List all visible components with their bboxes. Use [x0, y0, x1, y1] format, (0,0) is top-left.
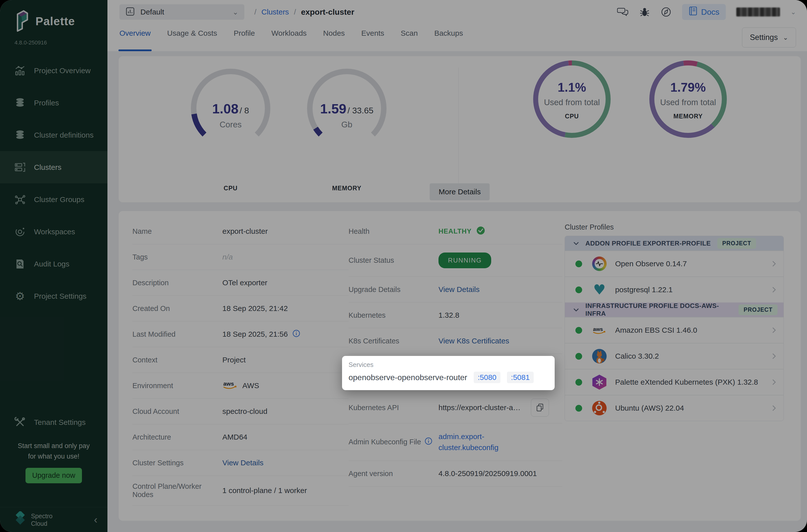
- sidebar-item-project-overview[interactable]: Project Overview: [0, 54, 108, 87]
- sidebar-item-audit-logs[interactable]: Audit Logs: [0, 248, 108, 280]
- kubernetes-api-url: https://export-cluster-apiser...: [438, 403, 523, 412]
- sidebar-collapse-icon[interactable]: ‹: [94, 514, 97, 525]
- aws-logo: aws: [592, 322, 607, 338]
- page-content: 1.08 / 8 Cores CPU: [108, 51, 807, 532]
- tab-nodes[interactable]: Nodes: [323, 29, 345, 51]
- more-details-button[interactable]: More Details: [430, 183, 490, 200]
- docs-button-label: Docs: [701, 7, 719, 17]
- service-port-5081-link[interactable]: :5081: [507, 372, 534, 383]
- sidebar-item-label: Project Settings: [34, 292, 87, 301]
- cpu-usage-donut: 1.1% Used from total CPU: [532, 59, 612, 202]
- chevron-right-icon: [772, 327, 776, 334]
- tab-workloads[interactable]: Workloads: [271, 29, 306, 51]
- cluster-profiles-title: Cluster Profiles: [565, 223, 784, 231]
- spectro-cloud-brand: Spectro Cloud: [31, 512, 53, 527]
- clusters-icon: [13, 160, 27, 174]
- palette-logo[interactable]: Palette: [0, 0, 108, 33]
- chevron-down-icon: [574, 306, 579, 314]
- health-status-badge: HEALTHY: [438, 228, 472, 235]
- addon-profile-header[interactable]: ADDON PROFILE EXPORTER-PROFILE PROJECT: [565, 236, 784, 250]
- project-selector[interactable]: Default ⌄: [119, 4, 244, 20]
- topbar: Default ⌄ / Clusters / export-cluster: [108, 0, 807, 51]
- profile-layer-ubuntu[interactable]: Ubuntu (AWS) 22.04: [565, 395, 784, 421]
- tab-profile[interactable]: Profile: [233, 29, 255, 51]
- cluster-settings-view-details-link[interactable]: View Details: [222, 459, 264, 467]
- info-icon[interactable]: [425, 437, 432, 447]
- status-dot: [576, 327, 582, 334]
- cpu-unit: Cores: [188, 120, 273, 129]
- sidebar-item-profiles[interactable]: Profiles: [0, 87, 108, 119]
- profile-layer-openobserve[interactable]: Open Observe 0.14.7: [565, 250, 784, 277]
- status-row-agent-version: Agent version 4.8.0-250919/20250919.0001: [349, 461, 562, 487]
- cluster-profiles-panel: ADDON PROFILE EXPORTER-PROFILE PROJECT O…: [565, 236, 784, 421]
- status-row-health: Health HEALTHY: [349, 218, 562, 244]
- service-port-5080-link[interactable]: :5080: [474, 372, 501, 383]
- profile-layer-calico[interactable]: Calico 3.30.2: [565, 343, 784, 369]
- upgrade-now-button[interactable]: Upgrade now: [25, 468, 82, 483]
- sidebar-item-cluster-definitions[interactable]: Cluster definitions: [0, 119, 108, 151]
- infrastructure-profile-header[interactable]: INFRASTRUCTURE PROFILE DOCS-AWS-INFRA PR…: [565, 302, 784, 317]
- project-selector-icon: [126, 7, 135, 17]
- sidebar-item-tenant-settings[interactable]: Tenant Settings: [0, 406, 108, 438]
- palette-app-window: Palette 4.8.0-250916 Project Overview: [0, 0, 807, 532]
- health-check-icon: [476, 226, 485, 237]
- chevron-right-icon: [772, 286, 776, 293]
- screen: Palette 4.8.0-250916 Project Overview: [0, 0, 807, 532]
- detail-row-created-on: Created On 18 Sep 2025, 21:42: [132, 296, 349, 321]
- status-dot: [576, 405, 582, 412]
- chevron-right-icon: [772, 379, 776, 385]
- sidebar-item-cluster-groups[interactable]: Cluster Groups: [0, 183, 108, 215]
- memory-unit: Gb: [304, 120, 389, 129]
- tab-usage-costs[interactable]: Usage & Costs: [167, 29, 217, 51]
- ubuntu-logo: [592, 400, 607, 416]
- status-dot: [576, 353, 582, 360]
- chevron-right-icon: [772, 405, 776, 411]
- user-name-redacted[interactable]: [736, 7, 780, 17]
- tab-overview[interactable]: Overview: [119, 29, 151, 51]
- info-icon[interactable]: [292, 329, 300, 339]
- status-dot: [576, 286, 582, 293]
- compass-help-icon[interactable]: [661, 6, 672, 18]
- chevron-right-icon: [772, 261, 776, 267]
- memory-usage-donut: 1.79% Used from total MEMORY: [648, 59, 728, 202]
- cpu-gauge: 1.08 / 8 Cores CPU: [188, 66, 273, 202]
- profile-layer-pxk[interactable]: Palette eXtended Kubernetes (PXK) 1.32.8: [565, 369, 784, 395]
- cpu-used-percent: 1.1%: [532, 80, 612, 95]
- tab-backups[interactable]: Backups: [434, 29, 463, 51]
- chevron-right-icon: [772, 353, 776, 359]
- pxk-logo: [592, 374, 607, 390]
- cpu-capacity: / 8: [240, 106, 249, 115]
- status-row-kubernetes-api: Kubernetes API https://export-cluster-ap…: [349, 392, 562, 423]
- feedback-chat-icon[interactable]: [617, 7, 628, 17]
- copy-button[interactable]: [531, 399, 549, 417]
- view-k8s-certificates-link[interactable]: View K8s Certificates: [438, 337, 509, 345]
- breadcrumb-clusters-link[interactable]: Clusters: [261, 8, 289, 16]
- tab-scan[interactable]: Scan: [401, 29, 418, 51]
- docs-button[interactable]: Docs: [682, 4, 726, 20]
- breadcrumb: / Clusters / export-cluster: [254, 7, 354, 17]
- upgrade-view-details-link[interactable]: View Details: [438, 285, 480, 294]
- settings-button[interactable]: Settings ⌄: [742, 27, 796, 48]
- user-menu-chevron-icon[interactable]: ⌄: [790, 8, 796, 16]
- sidebar-item-workspaces[interactable]: Workspaces: [0, 215, 108, 248]
- kubeconfig-download-link[interactable]: admin.export-cluster.kubeconfig: [438, 431, 513, 453]
- promo-line1: Start small and only pay: [0, 441, 108, 451]
- chevron-down-icon: ⌄: [232, 8, 238, 16]
- sidebar-item-label: Profiles: [34, 99, 59, 107]
- details-column: Name export-cluster Tags n/a Description…: [132, 211, 349, 521]
- spectro-cloud-logo-icon: [13, 511, 26, 528]
- profile-layer-amazon-ebs-csi[interactable]: aws Amazon EBS CSI 1.46.0: [565, 317, 784, 343]
- status-dot: [576, 379, 582, 386]
- tab-events[interactable]: Events: [361, 29, 384, 51]
- sidebar-item-label: Project Overview: [34, 66, 91, 75]
- sidebar-item-clusters[interactable]: Clusters: [0, 151, 108, 183]
- upgrade-promo: Start small and only pay for what you us…: [0, 441, 108, 462]
- openobserve-logo: [592, 256, 607, 271]
- sidebar-item-project-settings[interactable]: ⚙ Project Settings: [0, 280, 108, 312]
- bug-report-icon[interactable]: [639, 6, 650, 18]
- memory-capacity: / 33.65: [348, 106, 374, 115]
- tools-icon: [13, 415, 27, 429]
- profile-layer-postgresql[interactable]: ♥ postgresql 1.22.1: [565, 277, 784, 302]
- project-badge: PROJECT: [738, 304, 777, 315]
- sidebar-item-label: Workspaces: [34, 228, 75, 236]
